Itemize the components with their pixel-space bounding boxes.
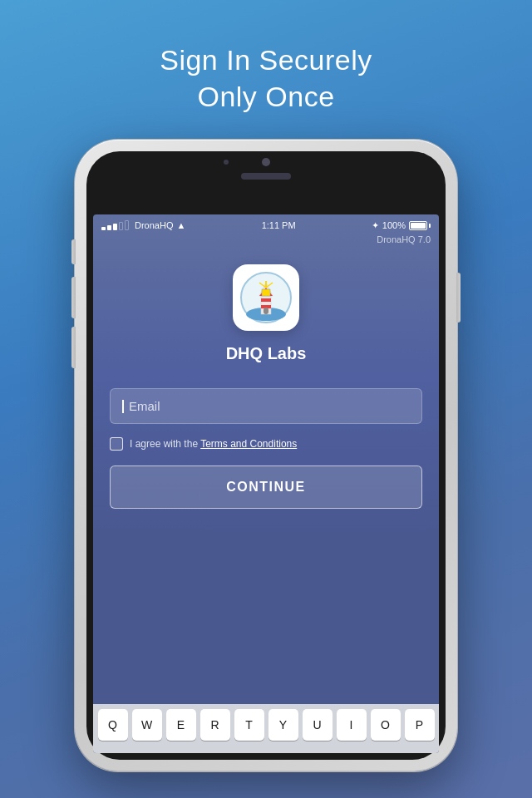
email-placeholder: Email xyxy=(129,399,160,413)
continue-button[interactable]: CONTINUE xyxy=(110,466,422,509)
carrier-name: DronaHQ xyxy=(135,220,173,230)
wifi-icon: ▲ xyxy=(176,220,185,230)
volume-up-button xyxy=(71,277,76,318)
header-text: Sign In Securely Only Once xyxy=(160,42,372,115)
key-o[interactable]: O xyxy=(371,709,401,741)
key-q[interactable]: Q xyxy=(98,709,128,741)
battery-tip xyxy=(429,224,431,228)
key-e[interactable]: E xyxy=(166,709,196,741)
signal-bar-4 xyxy=(119,222,123,230)
status-bar: DronaHQ ▲ 1:11 PM ✦ 100% xyxy=(93,214,439,234)
battery-body xyxy=(409,221,427,230)
volume-down-button xyxy=(71,327,76,368)
signal-bars xyxy=(101,220,129,230)
camera-dot xyxy=(262,158,270,166)
keyboard-row-qwerty: Q W E R T Y U I O P xyxy=(96,709,436,741)
app-content: DHQ Labs Email I agree with the Terms an… xyxy=(93,248,439,704)
status-left: DronaHQ ▲ xyxy=(101,220,185,230)
key-w[interactable]: W xyxy=(132,709,162,741)
svg-rect-7 xyxy=(262,289,270,296)
key-p[interactable]: P xyxy=(405,709,435,741)
key-u[interactable]: U xyxy=(303,709,332,741)
key-i[interactable]: I xyxy=(337,709,367,741)
phone-mockup: DronaHQ ▲ 1:11 PM ✦ 100% DronaHQ 7.0 xyxy=(75,140,457,771)
signal-bar-1 xyxy=(101,227,106,230)
signal-bar-2 xyxy=(107,225,111,230)
signal-bar-3 xyxy=(113,224,117,230)
version-label: DronaHQ 7.0 xyxy=(93,234,439,248)
keyboard: Q W E R T Y U I O P xyxy=(93,704,439,753)
status-right: ✦ 100% xyxy=(372,220,431,231)
svg-rect-11 xyxy=(264,308,268,314)
earpiece xyxy=(241,173,291,180)
key-r[interactable]: R xyxy=(200,709,230,741)
app-name: DHQ Labs xyxy=(226,344,307,363)
text-cursor xyxy=(122,400,124,413)
terms-prefix: I agree with the Terms and Conditions xyxy=(130,438,297,450)
battery-fill xyxy=(411,223,426,229)
terms-link[interactable]: Terms and Conditions xyxy=(200,438,297,450)
phone-screen: DronaHQ ▲ 1:11 PM ✦ 100% DronaHQ 7.0 xyxy=(93,214,439,753)
bluetooth-icon: ✦ xyxy=(372,220,379,231)
terms-checkbox[interactable] xyxy=(110,437,123,451)
battery-icon xyxy=(409,221,431,230)
key-y[interactable]: Y xyxy=(268,709,298,741)
svg-rect-3 xyxy=(261,298,271,302)
power-button xyxy=(456,273,461,323)
status-time: 1:11 PM xyxy=(262,220,296,230)
key-t[interactable]: T xyxy=(234,709,264,741)
signal-bar-5 xyxy=(125,220,129,230)
mute-button xyxy=(71,239,76,264)
app-icon xyxy=(233,264,299,331)
terms-row: I agree with the Terms and Conditions xyxy=(110,437,297,451)
front-camera xyxy=(224,160,229,165)
email-input[interactable]: Email xyxy=(110,388,422,424)
battery-pct-label: 100% xyxy=(382,220,406,230)
lighthouse-svg xyxy=(239,271,293,324)
